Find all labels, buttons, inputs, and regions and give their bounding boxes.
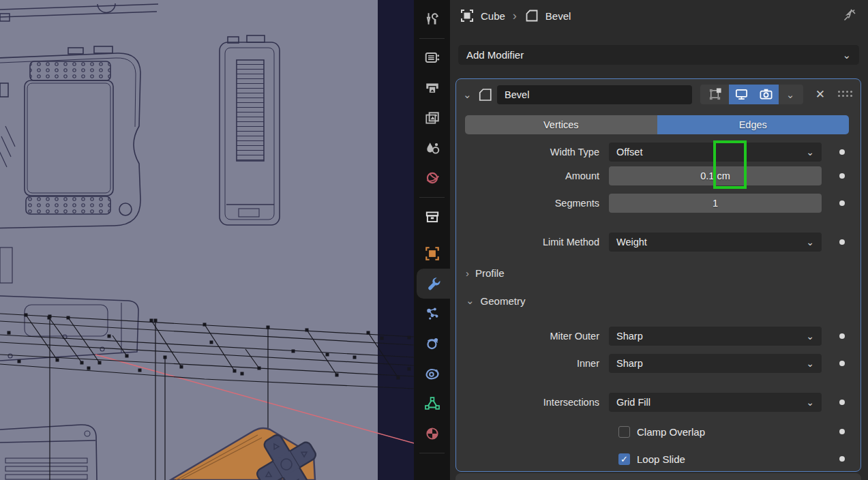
properties-editor: Cube › Bevel Add Modifier ⌄ ⌄ (450, 0, 868, 480)
miter-outer-value: Sharp (616, 331, 643, 342)
object-icon (460, 8, 475, 23)
segments-row: Segments 1 (456, 194, 860, 213)
breadcrumb-modifier[interactable]: Bevel (545, 10, 571, 22)
viewport-canvas[interactable] (0, 0, 414, 480)
decorator-dot[interactable] (839, 456, 845, 462)
physics-icon (424, 335, 440, 352)
decorator-dot[interactable] (839, 149, 845, 155)
properties-tab-bar (414, 0, 450, 480)
chevron-down-icon: ⌄ (806, 237, 814, 247)
object-data-icon (424, 395, 440, 412)
limit-method-dropdown[interactable]: Weight ⌄ (609, 232, 822, 252)
chevron-right-icon: › (466, 267, 469, 279)
particles-icon (424, 305, 440, 322)
material-icon (424, 425, 440, 442)
amount-field[interactable]: 0.1 cm (609, 166, 822, 185)
tab-world[interactable] (414, 163, 450, 193)
decorator-dot[interactable] (839, 173, 845, 179)
chevron-down-icon: ⌄ (806, 331, 814, 342)
affect-vertices-option[interactable]: Vertices (465, 115, 657, 134)
tabbar-separator (419, 453, 445, 453)
modifier-display-toggles: ⌄ (700, 85, 803, 104)
expand-chevron-icon[interactable]: ⌄ (463, 89, 472, 101)
output-icon (424, 80, 440, 96)
tab-output[interactable] (414, 73, 450, 103)
realtime-display-toggle[interactable] (729, 85, 753, 104)
intersections-dropdown[interactable]: Grid Fill ⌄ (609, 393, 822, 412)
tab-material[interactable] (414, 419, 450, 449)
viewport-dark-strip (378, 0, 414, 480)
add-modifier-dropdown[interactable]: Add Modifier ⌄ (458, 45, 859, 65)
width-type-row: Width Type Offset ⌄ (456, 142, 860, 162)
miter-outer-row: Miter Outer Sharp ⌄ (456, 327, 860, 346)
decorator-dot[interactable] (839, 400, 845, 405)
pin-icon[interactable] (842, 7, 857, 22)
tab-physics[interactable] (414, 329, 450, 359)
geometry-subpanel-header[interactable]: ⌄ Geometry (466, 295, 525, 307)
intersections-label: Intersections (456, 397, 609, 408)
breadcrumb: Cube › Bevel (450, 0, 868, 31)
limit-method-value: Weight (616, 237, 647, 247)
bevel-modifier-panel: ⌄ Bevel (455, 78, 861, 472)
loop-slide-row[interactable]: ✓ Loop Slide (618, 451, 685, 466)
miter-outer-dropdown[interactable]: Sharp ⌄ (609, 327, 822, 346)
bevel-modifier-icon (524, 8, 539, 23)
tab-scene[interactable] (414, 133, 450, 163)
limit-method-label: Limit Method (456, 237, 609, 247)
profile-subpanel-label: Profile (475, 267, 505, 279)
breadcrumb-object[interactable]: Cube (481, 10, 505, 22)
segments-field[interactable]: 1 (609, 194, 822, 213)
clamp-overlap-label: Clamp Overlap (637, 426, 705, 438)
decorator-dot[interactable] (839, 200, 845, 206)
render-display-toggle[interactable] (754, 85, 779, 104)
decorator-dot[interactable] (839, 361, 845, 366)
tool-icon (424, 11, 440, 27)
miter-inner-dropdown[interactable]: Sharp ⌄ (609, 354, 822, 373)
tab-constraints[interactable] (414, 359, 450, 389)
tab-object[interactable] (414, 239, 450, 269)
clamp-overlap-row[interactable]: Clamp Overlap (618, 424, 705, 439)
edit-mode-icon (708, 87, 722, 102)
tab-object-data[interactable] (414, 389, 450, 419)
decorator-dot[interactable] (839, 429, 845, 434)
bevel-modifier-icon (477, 87, 494, 103)
clamp-overlap-checkbox[interactable] (618, 426, 630, 438)
miter-inner-row: Inner Sharp ⌄ (456, 354, 860, 373)
tab-modifiers[interactable] (417, 269, 450, 299)
miter-inner-label: Inner (456, 358, 609, 369)
object-icon (424, 245, 440, 262)
tabbar-separator (419, 197, 445, 198)
width-type-dropdown[interactable]: Offset ⌄ (609, 142, 822, 162)
modifier-panel-header: ⌄ Bevel (456, 79, 860, 110)
width-type-label: Width Type (456, 147, 609, 158)
miter-inner-value: Sharp (616, 358, 643, 369)
remove-modifier-button[interactable]: ✕ (810, 87, 830, 102)
loop-slide-checkbox[interactable]: ✓ (618, 453, 630, 465)
decorator-dot[interactable] (839, 239, 845, 245)
tab-particles[interactable] (414, 299, 450, 329)
chevron-down-icon: ⌄ (466, 295, 475, 307)
breadcrumb-separator-icon: › (513, 10, 517, 22)
miter-outer-label: Miter Outer (456, 331, 609, 342)
tab-render[interactable] (414, 43, 450, 73)
affect-edges-option[interactable]: Edges (657, 115, 850, 134)
tabbar-separator (419, 38, 445, 39)
chevron-down-icon: ⌄ (806, 397, 814, 408)
tab-collection[interactable] (414, 202, 450, 232)
profile-subpanel-header[interactable]: › Profile (466, 267, 505, 279)
amount-row: Amount 0.1 cm (456, 166, 860, 185)
monitor-icon (734, 87, 749, 102)
collection-icon (424, 209, 440, 225)
drag-handle[interactable] (838, 91, 854, 99)
extras-dropdown-button[interactable]: ⌄ (779, 85, 803, 104)
chevron-down-icon: ⌄ (842, 49, 851, 61)
wrench-icon (425, 275, 442, 292)
camera-icon (759, 87, 773, 102)
constraints-icon (424, 365, 440, 382)
tab-view-layer[interactable] (414, 103, 450, 133)
limit-method-row: Limit Method Weight ⌄ (456, 232, 860, 252)
edit-mode-toggle[interactable] (700, 85, 729, 104)
decorator-dot[interactable] (839, 333, 845, 339)
tab-tool[interactable] (414, 4, 450, 34)
modifier-name-field[interactable]: Bevel (497, 85, 692, 104)
